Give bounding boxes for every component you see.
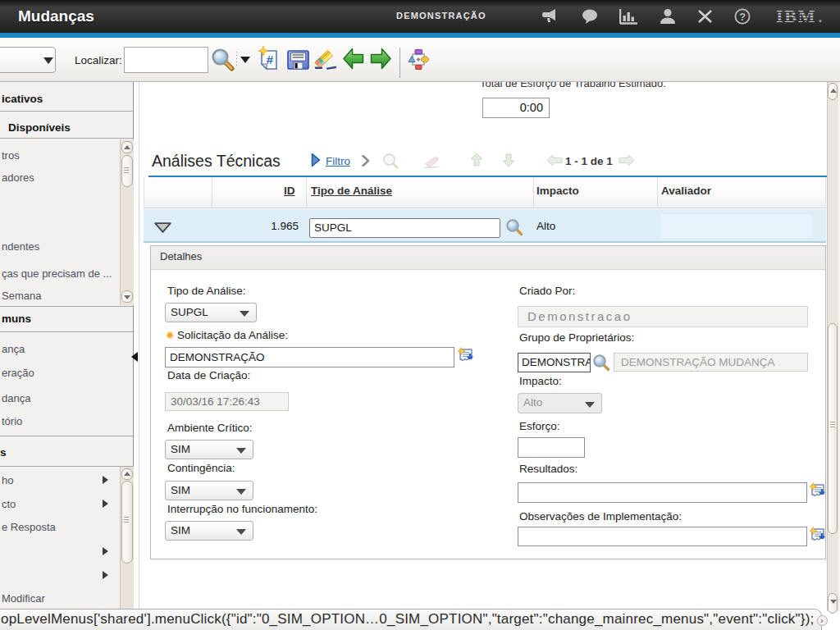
svg-text:?: ? (739, 11, 746, 23)
svg-text:IBM: IBM (776, 7, 816, 25)
svg-text:#: # (267, 52, 274, 66)
